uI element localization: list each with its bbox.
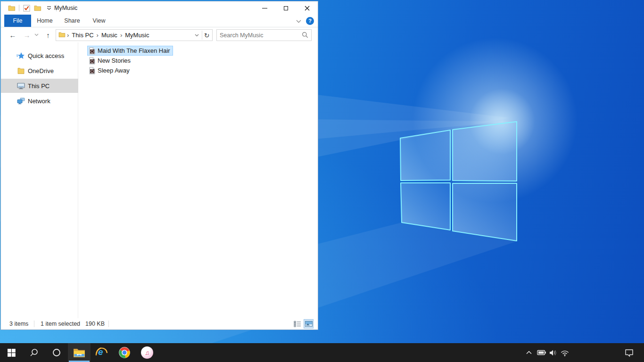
properties-button[interactable] [22, 4, 31, 12]
taskbar-search-button[interactable] [23, 343, 45, 362]
battery-icon [537, 350, 546, 355]
breadcrumb-music[interactable]: Music [99, 30, 120, 41]
maximize-icon [284, 6, 288, 10]
action-center-icon [625, 349, 634, 357]
refresh-button[interactable]: ↻ [202, 30, 211, 41]
explorer-body: Quick access OneDrive This PC Network [1, 42, 318, 318]
minimize-icon [262, 8, 267, 8]
tray-volume-button[interactable] [547, 343, 559, 362]
file-list: Maid With The Flaxen Hair New Stories [87, 46, 173, 75]
file-item[interactable]: New Stories [87, 56, 133, 66]
music-file-icon [89, 67, 95, 74]
this-pc-monitor-icon [17, 82, 25, 90]
action-center-button[interactable] [620, 343, 637, 362]
chevron-up-icon [526, 351, 532, 354]
expand-ribbon-button[interactable] [296, 17, 301, 25]
sidebar-item-this-pc[interactable]: This PC [1, 79, 78, 93]
details-view-button[interactable] [293, 320, 302, 328]
sidebar-item-network[interactable]: Network [1, 94, 78, 108]
tray-show-hidden-icons-button[interactable] [523, 343, 535, 362]
file-name: New Stories [98, 57, 131, 64]
navigation-bar: ← → ↑ › This PC › Music › MyMusic ↻ [1, 27, 318, 42]
navigation-pane: Quick access OneDrive This PC Network [1, 42, 78, 318]
address-bar[interactable]: › This PC › Music › MyMusic ↻ [56, 29, 213, 41]
music-file-icon [89, 47, 95, 55]
forward-button[interactable]: → [21, 29, 33, 41]
details-view-icon [294, 321, 301, 327]
maximize-button[interactable] [275, 1, 297, 15]
help-button[interactable]: ? [306, 17, 314, 25]
sidebar-item-onedrive[interactable]: OneDrive [1, 64, 78, 78]
tab-home[interactable]: Home [34, 15, 56, 27]
sidebar-item-label: Network [28, 98, 50, 105]
taskbar-file-explorer-button[interactable] [68, 343, 91, 362]
taskbar-chrome-button[interactable] [113, 343, 136, 362]
quick-access-star-icon [17, 52, 25, 59]
onedrive-folder-icon [17, 67, 25, 74]
start-button[interactable] [0, 343, 23, 362]
address-dropdown-button[interactable] [192, 30, 201, 41]
chevron-down-icon [34, 33, 39, 36]
tray-battery-button[interactable] [536, 343, 547, 362]
chevron-down-icon [195, 34, 199, 37]
file-name: Sleep Away [98, 67, 130, 74]
quick-access-toolbar [8, 1, 57, 15]
folder-icon [58, 32, 66, 39]
taskbar-internet-explorer-button[interactable]: e [91, 343, 113, 362]
file-explorer-window: MyMusic File Home Share View ? ← → ↑ [0, 1, 318, 330]
itunes-icon: ♫ [141, 346, 153, 359]
tray-network-button[interactable] [559, 343, 571, 362]
cortana-circle-icon [52, 348, 61, 357]
wifi-icon [561, 349, 569, 356]
file-explorer-icon [73, 347, 85, 358]
item-count: 3 items [9, 318, 28, 329]
recent-locations-dropdown[interactable] [33, 32, 40, 38]
new-folder-button[interactable] [33, 4, 42, 12]
selection-size: 190 KB [85, 318, 105, 329]
window-title: MyMusic [54, 1, 77, 15]
sidebar-item-label: OneDrive [28, 67, 54, 74]
network-icon [17, 97, 25, 105]
ribbon-tab-bar: File Home Share View ? [1, 15, 318, 27]
status-separator [34, 321, 34, 327]
up-button[interactable]: ↑ [42, 29, 54, 41]
customize-qat-dropdown[interactable] [45, 4, 53, 12]
status-separator [108, 321, 109, 327]
tab-share[interactable]: Share [61, 15, 83, 27]
close-icon [305, 6, 310, 11]
music-file-icon [89, 57, 95, 65]
file-name: Maid With The Flaxen Hair [98, 47, 170, 54]
window-controls [254, 1, 318, 15]
search-icon [30, 348, 38, 357]
chrome-icon [118, 346, 131, 359]
cortana-button[interactable] [45, 343, 68, 362]
breadcrumb-mymusic[interactable]: MyMusic [123, 30, 151, 41]
close-button[interactable] [297, 1, 318, 15]
search-input[interactable] [220, 30, 297, 40]
sidebar-item-label: Quick access [28, 52, 64, 59]
back-button[interactable]: ← [7, 29, 18, 41]
title-bar[interactable]: MyMusic [1, 1, 318, 15]
thumbnail-view-icon [305, 321, 313, 327]
file-item[interactable]: Sleep Away [87, 66, 132, 75]
tab-file[interactable]: File [4, 15, 31, 27]
ie-letter: e [98, 347, 103, 357]
taskbar: e ♫ [0, 343, 644, 362]
chevron-down-icon [296, 20, 301, 23]
taskbar-itunes-button[interactable]: ♫ [136, 343, 158, 362]
selection-count: 1 item selected [41, 318, 80, 329]
file-item-selected[interactable]: Maid With The Flaxen Hair [87, 46, 173, 56]
window-folder-icon [8, 4, 16, 12]
windows-start-icon [8, 349, 16, 357]
thumbnail-view-button[interactable] [304, 320, 313, 328]
music-note-glyph: ♫ [145, 349, 149, 356]
search-icon[interactable] [302, 32, 308, 40]
status-bar: 3 items 1 item selected 190 KB [1, 318, 318, 329]
tab-view[interactable]: View [89, 15, 109, 27]
sidebar-item-label: This PC [28, 82, 50, 90]
minimize-button[interactable] [254, 1, 275, 15]
qat-separator [19, 5, 19, 11]
breadcrumb-this-pc[interactable]: This PC [69, 30, 96, 41]
speaker-icon [549, 349, 557, 356]
sidebar-item-quick-access[interactable]: Quick access [1, 49, 78, 63]
